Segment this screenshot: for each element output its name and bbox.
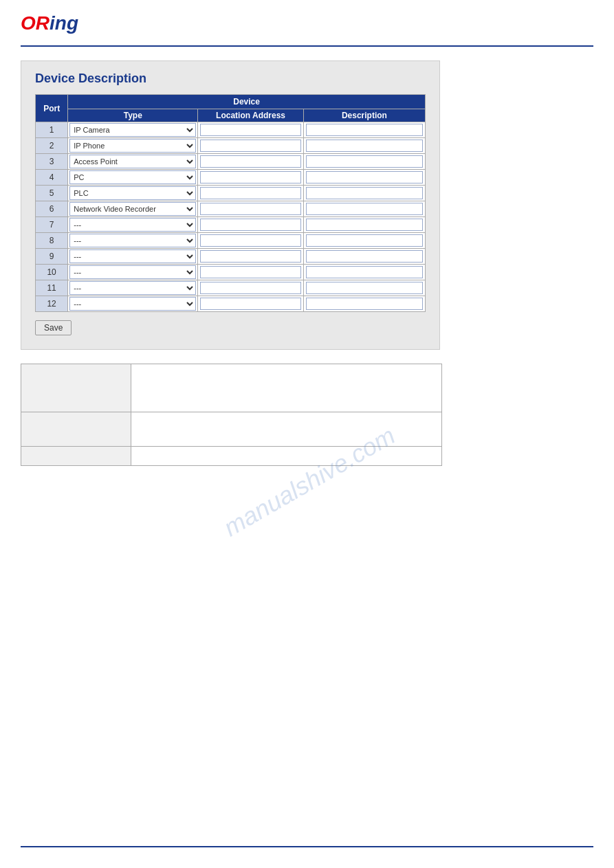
description-input[interactable] [306,234,423,247]
type-cell: ---IP CameraIP PhoneAccess PointPCPLCNet… [68,265,198,280]
device-description-box: Device Description Port Device Type Loca… [21,60,440,350]
description-input[interactable] [306,282,423,294]
location-input[interactable] [200,219,301,231]
location-cell [198,154,304,170]
description-cell [303,265,425,280]
description-input[interactable] [306,266,423,278]
type-select[interactable]: ---IP CameraIP PhoneAccess PointPCPLCNet… [69,281,196,295]
port-cell: 6 [36,201,68,217]
table-row: 5---IP CameraIP PhoneAccess PointPCPLCNe… [36,186,426,201]
table-row: 10---IP CameraIP PhoneAccess PointPCPLCN… [36,265,426,280]
location-cell [198,217,304,233]
location-input[interactable] [200,124,301,136]
logo-text: ORing [21,12,78,34]
type-select[interactable]: ---IP CameraIP PhoneAccess PointPCPLCNet… [69,202,196,216]
type-select[interactable]: ---IP CameraIP PhoneAccess PointPCPLCNet… [69,155,196,168]
location-input[interactable] [200,250,301,263]
type-select[interactable]: ---IP CameraIP PhoneAccess PointPCPLCNet… [69,139,196,153]
th-description: Description [303,109,425,122]
port-cell: 12 [36,296,68,312]
th-port: Port [36,95,68,122]
type-cell: ---IP CameraIP PhoneAccess PointPCPLCNet… [68,154,198,170]
table-row: 11---IP CameraIP PhoneAccess PointPCPLCN… [36,280,426,296]
location-cell [198,265,304,280]
th-type: Type [68,109,198,122]
table-row: 8---IP CameraIP PhoneAccess PointPCPLCNe… [36,233,426,249]
type-select[interactable]: ---IP CameraIP PhoneAccess PointPCPLCNet… [69,265,196,279]
location-cell [198,122,304,138]
description-cell [303,249,425,265]
port-cell: 10 [36,265,68,280]
description-cell [303,186,425,201]
type-select[interactable]: ---IP CameraIP PhoneAccess PointPCPLCNet… [69,249,196,263]
location-cell [198,296,304,312]
description-cell [303,154,425,170]
description-input[interactable] [306,298,423,310]
table-row: 4---IP CameraIP PhoneAccess PointPCPLCNe… [36,170,426,186]
type-select[interactable]: ---IP CameraIP PhoneAccess PointPCPLCNet… [69,123,196,137]
bottom-col1 [21,447,131,466]
location-input[interactable] [200,140,301,152]
location-input[interactable] [200,155,301,168]
description-input[interactable] [306,250,423,263]
device-table: Port Device Type Location Address Descri… [35,94,426,312]
port-cell: 7 [36,217,68,233]
logo-ring: ing [50,12,78,34]
location-cell [198,233,304,249]
location-cell [198,138,304,154]
type-cell: ---IP CameraIP PhoneAccess PointPCPLCNet… [68,138,198,154]
table-row: 3---IP CameraIP PhoneAccess PointPCPLCNe… [36,154,426,170]
location-input[interactable] [200,282,301,294]
description-input[interactable] [306,155,423,168]
description-cell [303,233,425,249]
th-location: Location Address [198,109,304,122]
type-cell: ---IP CameraIP PhoneAccess PointPCPLCNet… [68,201,198,217]
table-row: 9---IP CameraIP PhoneAccess PointPCPLCNe… [36,249,426,265]
table-row: 6---IP CameraIP PhoneAccess PointPCPLCNe… [36,201,426,217]
location-input[interactable] [200,203,301,215]
type-cell: ---IP CameraIP PhoneAccess PointPCPLCNet… [68,122,198,138]
type-select[interactable]: ---IP CameraIP PhoneAccess PointPCPLCNet… [69,297,196,311]
description-input[interactable] [306,203,423,215]
save-button[interactable]: Save [35,320,72,335]
description-cell [303,296,425,312]
description-input[interactable] [306,219,423,231]
bottom-col2 [131,364,441,412]
location-cell [198,186,304,201]
th-device: Device [68,95,426,109]
type-cell: ---IP CameraIP PhoneAccess PointPCPLCNet… [68,249,198,265]
location-input[interactable] [200,171,301,183]
header: ORing [0,0,614,41]
description-input[interactable] [306,171,423,183]
bottom-table-row [21,364,442,412]
description-cell [303,201,425,217]
description-cell [303,217,425,233]
type-select[interactable]: ---IP CameraIP PhoneAccess PointPCPLCNet… [69,170,196,184]
bottom-col1 [21,364,131,412]
location-input[interactable] [200,298,301,310]
location-cell [198,170,304,186]
description-input[interactable] [306,187,423,199]
location-input[interactable] [200,187,301,199]
location-input[interactable] [200,234,301,247]
location-cell [198,280,304,296]
bottom-table [21,364,442,466]
description-cell [303,170,425,186]
port-cell: 9 [36,249,68,265]
description-input[interactable] [306,124,423,136]
table-row: 1---IP CameraIP PhoneAccess PointPCPLCNe… [36,122,426,138]
port-cell: 8 [36,233,68,249]
type-select[interactable]: ---IP CameraIP PhoneAccess PointPCPLCNet… [69,186,196,200]
logo: ORing [21,12,78,34]
location-input[interactable] [200,266,301,278]
type-cell: ---IP CameraIP PhoneAccess PointPCPLCNet… [68,217,198,233]
description-input[interactable] [306,140,423,152]
port-cell: 2 [36,138,68,154]
type-select[interactable]: ---IP CameraIP PhoneAccess PointPCPLCNet… [69,218,196,232]
type-cell: ---IP CameraIP PhoneAccess PointPCPLCNet… [68,233,198,249]
bottom-col2 [131,412,441,447]
description-cell [303,280,425,296]
type-cell: ---IP CameraIP PhoneAccess PointPCPLCNet… [68,296,198,312]
type-select[interactable]: ---IP CameraIP PhoneAccess PointPCPLCNet… [69,234,196,247]
type-cell: ---IP CameraIP PhoneAccess PointPCPLCNet… [68,170,198,186]
